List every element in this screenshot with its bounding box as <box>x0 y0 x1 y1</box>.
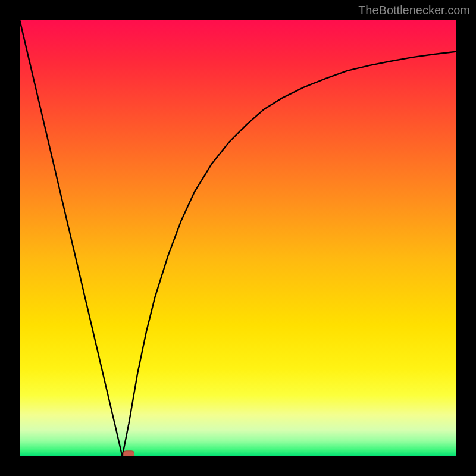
minimum-marker <box>124 451 134 456</box>
chart-frame: TheBottlenecker.com <box>0 0 476 476</box>
curve-layer <box>20 20 456 456</box>
plot-area <box>20 20 456 456</box>
bottleneck-curve <box>20 20 456 456</box>
attribution-text: TheBottlenecker.com <box>358 4 470 17</box>
